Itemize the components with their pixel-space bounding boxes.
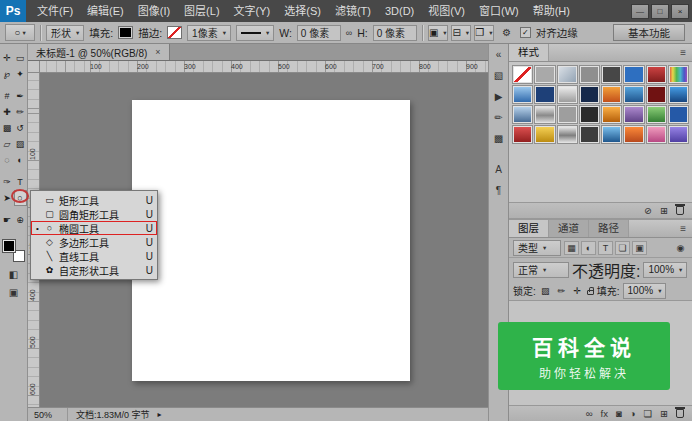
style-swatch[interactable] <box>579 85 600 104</box>
lock-pixels-icon[interactable]: ✏ <box>555 284 568 297</box>
combine-shapes-icon[interactable]: ▣ <box>428 25 448 41</box>
layer-group-icon[interactable]: ❏ <box>644 408 653 419</box>
brush-presets-panel-icon[interactable]: ✏ <box>491 110 507 124</box>
status-menu-arrow-icon[interactable]: ▸ <box>158 410 162 419</box>
new-layer-icon[interactable]: ⊞ <box>660 408 668 419</box>
style-swatch[interactable] <box>512 125 533 144</box>
marquee-tool[interactable]: ▭ <box>14 50 27 66</box>
style-swatch[interactable] <box>534 85 555 104</box>
style-swatch[interactable] <box>557 125 578 144</box>
tab-layers[interactable]: 图层 <box>509 220 549 237</box>
style-swatch[interactable] <box>601 105 622 124</box>
style-swatch[interactable] <box>557 85 578 104</box>
lock-position-icon[interactable]: ✛ <box>571 284 584 297</box>
path-arrange-icon[interactable]: ❐ <box>474 25 494 41</box>
gear-icon[interactable]: ⚙ <box>499 25 515 41</box>
quick-selection-tool[interactable]: ✦ <box>14 66 27 82</box>
menu-item[interactable]: 编辑(E) <box>80 0 131 22</box>
filter-shape-icon[interactable]: ❏ <box>615 241 630 255</box>
fill-opacity-select[interactable]: 100% <box>623 283 667 299</box>
pen-tool[interactable]: ✑ <box>1 174 14 190</box>
stroke-width-select[interactable]: 1像素 <box>187 25 231 41</box>
style-swatch[interactable] <box>623 65 644 84</box>
screen-mode-button[interactable]: ▣ <box>9 287 18 298</box>
lasso-tool[interactable]: ℘ <box>1 66 14 82</box>
clone-source-panel-icon[interactable]: ▩ <box>491 131 507 145</box>
link-layers-icon[interactable]: ∞ <box>586 408 593 419</box>
tab-styles[interactable]: 样式 <box>509 44 549 61</box>
dodge-tool[interactable]: ◐ <box>14 152 27 168</box>
color-panel-icon[interactable]: ▧ <box>491 68 507 82</box>
menu-item[interactable]: 图层(L) <box>177 0 226 22</box>
clone-stamp-tool[interactable]: ▩ <box>1 120 14 136</box>
align-edges-checkbox[interactable]: ✓ <box>520 27 531 38</box>
new-style-icon[interactable]: ⊞ <box>660 205 668 216</box>
custom-shape-tool-item[interactable]: ✿ 自定形状工具 U <box>31 263 157 277</box>
style-swatch[interactable] <box>646 105 667 124</box>
filter-type-icon[interactable]: T <box>598 241 613 255</box>
collapse-panels-icon[interactable]: « <box>491 47 507 61</box>
maximize-button[interactable]: □ <box>651 4 669 19</box>
style-swatch[interactable] <box>623 125 644 144</box>
crop-tool[interactable]: # <box>1 88 14 104</box>
style-swatch[interactable] <box>668 65 689 84</box>
fill-color-swatch[interactable] <box>118 26 133 39</box>
actions-panel-icon[interactable]: ▶ <box>491 89 507 103</box>
menu-item[interactable]: 滤镜(T) <box>328 0 378 22</box>
style-swatch[interactable] <box>512 85 533 104</box>
tool-mode-select[interactable]: 形状 <box>46 25 84 41</box>
layer-mask-icon[interactable]: ◙ <box>616 408 622 419</box>
tool-preset-picker[interactable]: ○ ▾ <box>5 24 35 41</box>
foreground-color-swatch[interactable] <box>3 240 15 252</box>
menu-item[interactable]: 选择(S) <box>277 0 328 22</box>
menu-item[interactable]: 帮助(H) <box>526 0 577 22</box>
style-swatch[interactable] <box>512 65 533 84</box>
filter-toggle-icon[interactable]: ◉ <box>673 241 688 255</box>
document-canvas[interactable] <box>132 100 410 381</box>
style-swatch[interactable] <box>601 65 622 84</box>
workspace-switcher[interactable]: 基本功能 <box>613 24 685 41</box>
link-dimensions-icon[interactable]: ∞ <box>346 28 352 38</box>
zoom-tool[interactable]: ⊕ <box>14 212 27 228</box>
style-swatch[interactable] <box>579 125 600 144</box>
tab-close-icon[interactable]: × <box>155 47 160 57</box>
style-swatch[interactable] <box>579 65 600 84</box>
character-panel-icon[interactable]: A <box>491 162 507 176</box>
close-button[interactable]: × <box>671 4 689 19</box>
style-swatch[interactable] <box>646 125 667 144</box>
clear-style-icon[interactable]: ⊘ <box>644 205 652 216</box>
ellipse-tool-item[interactable]: ○ 椭圆工具 U <box>31 221 157 235</box>
width-input[interactable]: 0 像素 <box>297 25 341 41</box>
adjustment-layer-icon[interactable]: ◑ <box>630 408 636 419</box>
lock-all-icon[interactable] <box>587 290 594 295</box>
style-swatch[interactable] <box>601 85 622 104</box>
rounded-rectangle-tool-item[interactable]: ▢ 圆角矩形工具 U <box>31 207 157 221</box>
style-swatch[interactable] <box>623 105 644 124</box>
eraser-tool[interactable]: ▱ <box>1 136 14 152</box>
style-swatch[interactable] <box>668 125 689 144</box>
delete-style-icon[interactable] <box>676 206 684 215</box>
menu-item[interactable]: 窗口(W) <box>472 0 526 22</box>
brush-tool[interactable]: ✏ <box>14 104 27 120</box>
quick-mask-button[interactable]: ◧ <box>9 269 18 280</box>
style-swatch[interactable] <box>557 105 578 124</box>
layer-effects-icon[interactable]: fx <box>601 408 608 419</box>
style-swatch[interactable] <box>601 125 622 144</box>
menu-item[interactable]: 文字(Y) <box>227 0 278 22</box>
horizontal-ruler[interactable]: 100200300400500600700800900 <box>40 61 488 73</box>
type-tool[interactable]: T <box>14 174 27 190</box>
ruler-origin[interactable] <box>28 61 40 73</box>
stroke-color-swatch[interactable] <box>167 26 182 39</box>
gradient-tool[interactable]: ▨ <box>14 136 27 152</box>
layer-filter-select[interactable]: 类型 <box>513 240 561 256</box>
style-swatch[interactable] <box>534 105 555 124</box>
blur-tool[interactable]: ◌ <box>1 152 14 168</box>
menu-item[interactable]: 视图(V) <box>421 0 472 22</box>
menu-item[interactable]: 3D(D) <box>378 0 421 22</box>
panel-menu-icon[interactable]: ≡ <box>674 220 692 237</box>
polygon-tool-item[interactable]: ◇ 多边形工具 U <box>31 235 157 249</box>
style-swatch[interactable] <box>534 125 555 144</box>
height-input[interactable]: 0 像素 <box>373 25 417 41</box>
delete-layer-icon[interactable] <box>676 409 684 418</box>
menu-item[interactable]: 图像(I) <box>131 0 177 22</box>
